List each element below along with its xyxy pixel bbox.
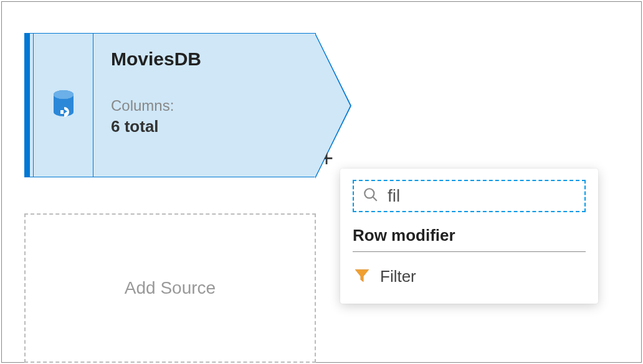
menu-item-label: Filter bbox=[380, 267, 416, 286]
source-title: MoviesDB bbox=[111, 49, 298, 70]
source-accent-stripe bbox=[25, 34, 30, 177]
source-columns-value: 6 total bbox=[111, 117, 298, 136]
menu-item-filter[interactable]: Filter bbox=[353, 263, 586, 290]
source-columns-label: Columns: bbox=[111, 97, 298, 114]
transformation-dropdown: Row modifier Filter bbox=[340, 169, 598, 304]
add-source-label: Add Source bbox=[125, 278, 216, 298]
dropdown-section-header: Row modifier bbox=[353, 226, 586, 252]
funnel-icon bbox=[354, 268, 370, 286]
svg-point-2 bbox=[364, 189, 374, 198]
source-node-body: MoviesDB Columns: 6 total bbox=[93, 34, 315, 177]
database-icon bbox=[51, 90, 76, 121]
add-source-placeholder[interactable]: Add Source bbox=[24, 213, 316, 363]
search-box[interactable] bbox=[353, 180, 586, 212]
source-icon-column bbox=[34, 34, 93, 177]
svg-point-1 bbox=[54, 90, 74, 99]
search-icon bbox=[363, 187, 379, 205]
search-input[interactable] bbox=[388, 186, 576, 206]
source-node[interactable]: MoviesDB Columns: 6 total bbox=[24, 33, 316, 177]
svg-line-3 bbox=[373, 197, 377, 201]
dataflow-canvas: MoviesDB Columns: 6 total + Add Source R… bbox=[1, 1, 642, 363]
